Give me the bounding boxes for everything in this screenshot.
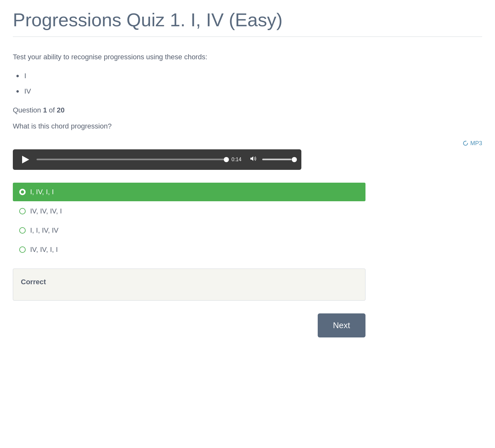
audio-player: 0:14 xyxy=(13,149,301,170)
volume-icon[interactable] xyxy=(249,155,257,164)
progress-bar[interactable] xyxy=(37,159,226,160)
answer-option-3[interactable]: I, I, IV, IV xyxy=(13,221,365,240)
radio-4 xyxy=(19,246,26,253)
answer-option-1[interactable]: I, IV, I, I xyxy=(13,183,365,201)
next-button[interactable]: Next xyxy=(318,313,365,337)
intro-text: Test your ability to recognise progressi… xyxy=(13,53,482,61)
play-button[interactable] xyxy=(20,154,31,165)
answer-option-2[interactable]: IV, IV, IV, I xyxy=(13,202,365,220)
answer-label-2: IV, IV, IV, I xyxy=(30,207,62,215)
answer-label-3: I, I, IV, IV xyxy=(30,226,58,235)
question-separator: of xyxy=(47,106,57,114)
question-current: 1 xyxy=(43,106,47,114)
radio-1 xyxy=(19,189,26,195)
answer-label-4: IV, IV, I, I xyxy=(30,245,58,254)
answer-options: I, IV, I, I IV, IV, IV, I I, I, IV, IV I… xyxy=(13,183,365,259)
play-icon xyxy=(22,156,29,163)
refresh-icon xyxy=(463,140,468,146)
question-total: 20 xyxy=(57,106,64,114)
time-display: 0:14 xyxy=(231,157,244,162)
feedback-box: Correct xyxy=(13,269,365,301)
volume-bar[interactable] xyxy=(262,159,294,160)
page-title: Progressions Quiz 1. I, IV (Easy) xyxy=(13,10,482,30)
chord-item-2: IV xyxy=(16,86,482,96)
chord-list: I IV xyxy=(13,71,482,96)
title-divider xyxy=(13,37,482,37)
svg-marker-0 xyxy=(250,156,253,161)
answer-option-4[interactable]: IV, IV, I, I xyxy=(13,240,365,259)
chord-label-1: I xyxy=(24,72,26,80)
chord-item-1: I xyxy=(16,71,482,81)
radio-2 xyxy=(19,208,26,214)
radio-3 xyxy=(19,227,26,234)
answer-label-1: I, IV, I, I xyxy=(30,188,54,196)
question-counter-label: Question xyxy=(13,106,43,114)
feedback-text: Correct xyxy=(21,278,46,286)
chord-label-2: IV xyxy=(24,87,31,95)
progress-handle xyxy=(224,157,229,162)
question-text: What is this chord progression? xyxy=(13,122,482,130)
question-counter: Question 1 of 20 xyxy=(13,106,482,114)
volume-fill xyxy=(262,159,291,160)
mp3-link-label: MP3 xyxy=(470,140,482,147)
volume-handle xyxy=(292,157,297,162)
next-button-container: Next xyxy=(13,313,365,337)
mp3-link[interactable]: MP3 xyxy=(463,140,482,147)
